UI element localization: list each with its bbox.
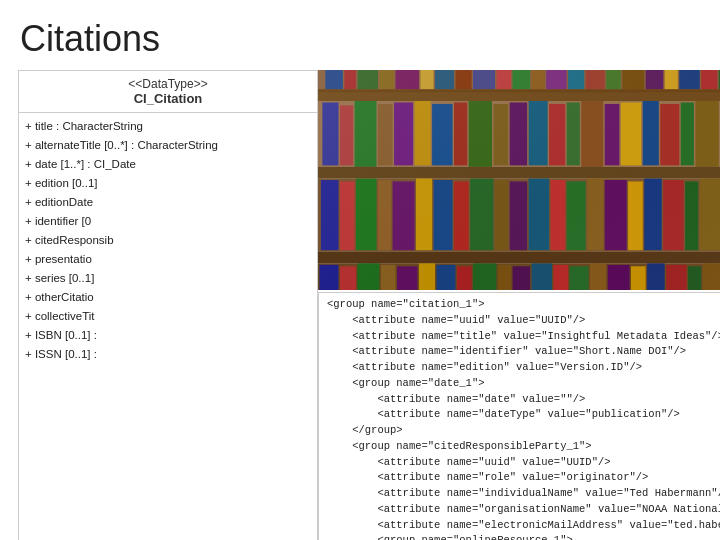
attribute-item: + series [0..1] <box>25 269 311 288</box>
attribute-item: + alternateTitle [0..*] : CharacterStrin… <box>25 136 311 155</box>
xml-code-area: <group name="citation_1"> <attribute nam… <box>318 292 720 540</box>
xml-line: <attribute name="organisationName" value… <box>327 502 720 518</box>
xml-line: <group name="onlineResource_1"> <box>327 533 720 540</box>
attributes-list: + title : CharacterString+ alternateTitl… <box>19 113 317 368</box>
xml-line: <group name="citation_1"> <box>327 297 720 313</box>
attribute-item: + date [1..*] : CI_Date <box>25 155 311 174</box>
page-container: Citations <<DataType>> CI_Citation + tit… <box>0 0 720 540</box>
xml-line: <attribute name="date" value=""/> <box>327 392 720 408</box>
class-header: <<DataType>> CI_Citation <box>19 71 317 113</box>
xml-line: <attribute name="uuid" value="UUID"/> <box>327 313 720 329</box>
xml-line: <attribute name="electronicMailAddress" … <box>327 518 720 534</box>
xml-line: <attribute name="identifier" value="Shor… <box>327 344 720 360</box>
attribute-item: + edition [0..1] <box>25 174 311 193</box>
attribute-item: + collectiveTit <box>25 307 311 326</box>
page-title: Citations <box>0 0 720 70</box>
class-name: CI_Citation <box>23 91 313 106</box>
attribute-item: + identifier [0 <box>25 212 311 231</box>
attribute-item: + editionDate <box>25 193 311 212</box>
attribute-item: + presentatio <box>25 250 311 269</box>
attribute-item: + ISBN [0..1] : <box>25 326 311 345</box>
xml-line: <attribute name="edition" value="Version… <box>327 360 720 376</box>
svg-rect-129 <box>318 70 720 290</box>
class-stereotype: <<DataType>> <box>23 77 313 91</box>
attribute-item: + citedResponsib <box>25 231 311 250</box>
xml-line: <group name="citedResponsibleParty_1"> <box>327 439 720 455</box>
main-content: <<DataType>> CI_Citation + title : Chara… <box>0 70 720 540</box>
attribute-item: + ISSN [0..1] : <box>25 345 311 364</box>
xml-line: <attribute name="title" value="Insightfu… <box>327 329 720 345</box>
xml-line: <group name="date_1"> <box>327 376 720 392</box>
xml-line: <attribute name="dateType" value="public… <box>327 407 720 423</box>
bookshelf-svg <box>318 70 720 290</box>
attribute-item: + title : CharacterString <box>25 117 311 136</box>
xml-line: <attribute name="role" value="originator… <box>327 470 720 486</box>
xml-line: <attribute name="uuid" value="UUID"/> <box>327 455 720 471</box>
right-panel: <group name="citation_1"> <attribute nam… <box>318 70 720 540</box>
uml-class-panel: <<DataType>> CI_Citation + title : Chara… <box>18 70 318 540</box>
xml-line: </group> <box>327 423 720 439</box>
bookshelf-photo <box>318 70 720 290</box>
xml-line: <attribute name="individualName" value="… <box>327 486 720 502</box>
attribute-item: + otherCitatio <box>25 288 311 307</box>
